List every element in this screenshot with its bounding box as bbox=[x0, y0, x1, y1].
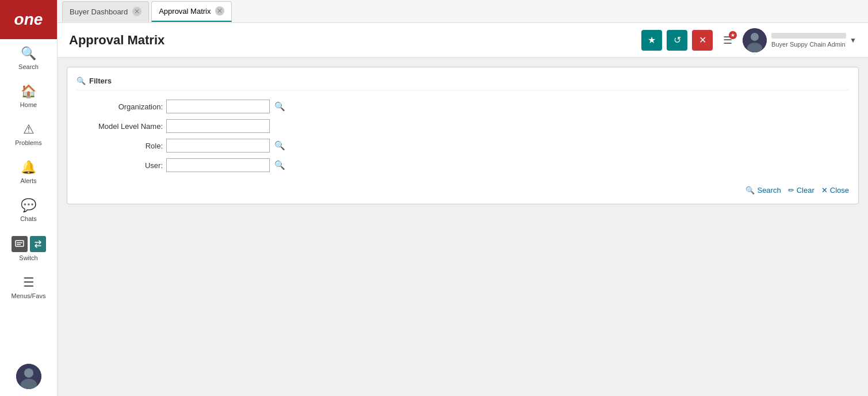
sidebar-label-problems: Problems bbox=[15, 139, 41, 146]
filter-actions: 🔍 Search ✏ Clear ✕ Close bbox=[77, 181, 849, 195]
clear-action-label: Clear bbox=[797, 186, 815, 195]
logo-text: one bbox=[14, 10, 43, 29]
search-icon: 🔍 bbox=[21, 46, 36, 61]
label-user: User: bbox=[77, 161, 163, 170]
search-role-button[interactable]: 🔍 bbox=[273, 139, 286, 152]
search-user-button[interactable]: 🔍 bbox=[273, 159, 286, 172]
user-dropdown[interactable]: Buyer Suppy Chain Admin ▼ bbox=[771, 33, 856, 48]
sidebar-bottom bbox=[0, 364, 57, 396]
svg-rect-0 bbox=[16, 241, 24, 246]
switch-icon-inbox bbox=[12, 236, 28, 252]
clear-action-link[interactable]: ✏ Clear bbox=[788, 186, 815, 195]
search-action-link[interactable]: 🔍 Search bbox=[745, 186, 781, 195]
filter-row-organization: Organization: 🔍 bbox=[77, 100, 849, 113]
sidebar-label-search: Search bbox=[18, 63, 39, 70]
star-button[interactable]: ★ bbox=[641, 30, 662, 51]
filter-search-icon: 🔍 bbox=[77, 77, 86, 85]
switch-icons bbox=[12, 236, 46, 252]
close-action-link[interactable]: ✕ Close bbox=[821, 186, 849, 195]
tab-close-buyer-dashboard[interactable]: ✕ bbox=[132, 7, 142, 16]
sidebar-item-alerts[interactable]: 🔔 Alerts bbox=[0, 153, 57, 191]
page-header: Approval Matrix ★ ↺ ✕ ☰ ★ bbox=[58, 23, 868, 58]
page-content: 🔍 Filters Organization: 🔍 Model Level Na… bbox=[58, 58, 868, 396]
app-logo[interactable]: one bbox=[0, 0, 57, 39]
label-organization: Organization: bbox=[77, 102, 163, 111]
sidebar-label-menus: Menus/Favs bbox=[12, 292, 46, 299]
sidebar-item-menus-favs[interactable]: ☰ Menus/Favs bbox=[0, 268, 57, 306]
sidebar-label-chats: Chats bbox=[20, 215, 37, 222]
close-button[interactable]: ✕ bbox=[692, 30, 713, 51]
sidebar-label-alerts: Alerts bbox=[20, 177, 36, 184]
menu-button[interactable]: ☰ ★ bbox=[717, 30, 738, 51]
filter-panel: 🔍 Filters Organization: 🔍 Model Level Na… bbox=[67, 67, 859, 204]
label-role: Role: bbox=[77, 142, 163, 150]
search-action-icon: 🔍 bbox=[745, 186, 755, 195]
tab-label-approval-matrix: Approval Matrix bbox=[159, 7, 211, 16]
sidebar-item-problems[interactable]: ⚠ Problems bbox=[0, 115, 57, 153]
svg-point-4 bbox=[24, 368, 33, 378]
bell-icon: 🔔 bbox=[21, 160, 36, 175]
svg-point-7 bbox=[751, 33, 759, 41]
refresh-button[interactable]: ↺ bbox=[667, 30, 687, 51]
svg-rect-2 bbox=[17, 244, 21, 245]
input-model-level-name[interactable] bbox=[166, 119, 270, 133]
sidebar-item-chats[interactable]: 💬 Chats bbox=[0, 191, 57, 229]
sidebar-label-switch: Switch bbox=[19, 254, 37, 261]
filter-row-model-level-name: Model Level Name: bbox=[77, 119, 849, 133]
svg-rect-1 bbox=[17, 242, 22, 243]
switch-icon-arrows bbox=[30, 236, 46, 252]
main-content: Buyer Dashboard ✕ Approval Matrix ✕ Appr… bbox=[58, 0, 868, 396]
sidebar-item-home[interactable]: 🏠 Home bbox=[0, 77, 57, 115]
filter-row-user: User: 🔍 bbox=[77, 158, 849, 172]
search-action-label: Search bbox=[757, 186, 781, 195]
tab-buyer-dashboard[interactable]: Buyer Dashboard ✕ bbox=[62, 1, 149, 22]
sidebar-avatar[interactable] bbox=[16, 364, 41, 389]
star-icon: ★ bbox=[648, 35, 656, 45]
input-role[interactable] bbox=[166, 139, 270, 153]
sidebar-item-search[interactable]: 🔍 Search bbox=[0, 39, 57, 77]
user-name-area: Buyer Suppy Chain Admin bbox=[771, 33, 846, 48]
tabs-bar: Buyer Dashboard ✕ Approval Matrix ✕ bbox=[58, 0, 868, 23]
tab-label-buyer-dashboard: Buyer Dashboard bbox=[70, 7, 128, 16]
filter-panel-title: Filters bbox=[89, 77, 112, 85]
chat-icon: 💬 bbox=[21, 198, 36, 213]
notification-badge: ★ bbox=[729, 31, 737, 39]
close-icon: ✕ bbox=[699, 35, 706, 45]
user-name-bar bbox=[771, 33, 846, 39]
user-role: Buyer Suppy Chain Admin bbox=[771, 41, 845, 48]
close-action-icon: ✕ bbox=[821, 186, 828, 195]
sidebar-label-home: Home bbox=[20, 101, 37, 108]
filter-panel-header: 🔍 Filters bbox=[77, 77, 849, 90]
menu-icon: ☰ bbox=[23, 275, 35, 290]
search-org-button[interactable]: 🔍 bbox=[273, 100, 286, 113]
input-user[interactable] bbox=[166, 158, 270, 172]
close-action-label: Close bbox=[830, 186, 849, 195]
refresh-icon: ↺ bbox=[674, 35, 681, 45]
tab-close-approval-matrix[interactable]: ✕ bbox=[215, 6, 224, 16]
filter-row-role: Role: 🔍 bbox=[77, 139, 849, 153]
header-actions: ★ ↺ ✕ ☰ ★ Buyer S bbox=[641, 28, 856, 52]
clear-action-icon: ✏ bbox=[788, 186, 794, 195]
page-title: Approval Matrix bbox=[69, 33, 641, 48]
tab-approval-matrix[interactable]: Approval Matrix ✕ bbox=[151, 1, 232, 22]
home-icon: 🏠 bbox=[21, 84, 36, 99]
label-model-level-name: Model Level Name: bbox=[77, 122, 163, 131]
sidebar-item-switch[interactable]: Switch bbox=[0, 229, 57, 268]
warning-icon: ⚠ bbox=[23, 122, 35, 137]
input-organization[interactable] bbox=[166, 100, 270, 113]
sidebar: one 🔍 Search 🏠 Home ⚠ Problems 🔔 Alerts … bbox=[0, 0, 58, 396]
dropdown-arrow-icon: ▼ bbox=[850, 36, 856, 44]
header-avatar[interactable] bbox=[743, 28, 767, 52]
